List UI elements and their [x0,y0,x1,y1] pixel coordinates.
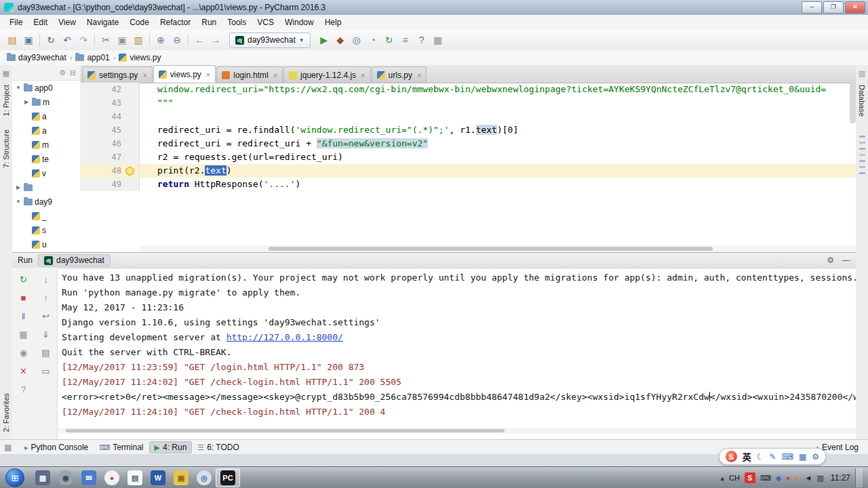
tree-item[interactable]: a [12,109,80,123]
console-line[interactable]: <error><ret>0</ret><message></message><s… [62,390,856,405]
code-line[interactable]: 48print(r2.text) [80,164,856,178]
security-tray-icon[interactable]: ● [786,474,791,482]
stop-icon[interactable]: ■ [17,291,31,304]
minimize-button[interactable]: – [802,1,822,14]
pin-tab-icon[interactable]: ◉ [17,346,31,359]
menu-refactor[interactable]: Refactor [155,16,196,28]
zoom-out-icon[interactable]: ⊖ [169,33,185,47]
tree-item[interactable]: ▼app0 [12,81,80,95]
cut-icon[interactable]: ✂ [98,33,114,47]
console-horizontal-scrollbar[interactable] [58,428,856,434]
toolbox-icon[interactable]: ⚙ [812,452,819,462]
tree-item[interactable]: te [12,152,80,166]
sync-icon[interactable]: ↻ [43,33,59,47]
tree-expand-icon[interactable]: ▶ [15,184,22,190]
tab-views.py[interactable]: views.py× [153,65,216,83]
console-line[interactable]: Starting development server at http://12… [62,330,856,345]
help-icon[interactable]: ? [17,383,31,395]
jump-to-top-icon[interactable]: ↑ [39,291,53,304]
desktop-app-icon[interactable]: ▦ [31,469,54,487]
tab-urls.py[interactable]: urls.py× [372,66,427,83]
tree-item[interactable]: _ [12,209,80,223]
pycharm-icon[interactable]: PC [216,468,240,487]
breadcrumb-item[interactable]: app01 [75,53,109,62]
restore-layout-icon[interactable]: ▦ [17,328,31,340]
sogou-logo-icon[interactable]: S [726,451,737,462]
sogou-language-indicator[interactable]: 英 [743,450,751,463]
scrollbar-thumb[interactable] [66,429,505,432]
tree-collapse-icon[interactable]: ▼ [15,85,22,91]
tree-item[interactable]: u [12,237,80,251]
chrome-icon[interactable]: ● [100,469,123,487]
console-line[interactable]: Django version 1.10.6, using settings 'd… [62,315,856,330]
start-button[interactable]: ⊞ [5,468,24,487]
toolwindow-favorites-button[interactable]: 2: Favorites [2,393,10,432]
tree-item[interactable]: m [12,138,80,152]
copy-icon[interactable]: ▣ [114,33,130,47]
collapse-all-icon[interactable]: ⊟ [70,68,76,77]
network-icon[interactable]: ▥ [816,474,823,483]
todo-toolwindow-button[interactable]: ☰6: TODO [192,441,244,453]
code-line[interactable]: 46redirect_uri = redirect_uri + "&fun=ne… [80,137,856,150]
toolwindow-structure-button[interactable]: 7: Structure [2,129,10,168]
menu-run[interactable]: Run [196,16,222,28]
menu-file[interactable]: File [4,16,28,28]
close-tab-icon[interactable]: × [417,71,421,79]
code-area[interactable]: 42window.redirect_uri="https://wx2.qq.co… [80,83,856,245]
close-icon[interactable]: ✕ [17,365,31,377]
toolwindow-database-button[interactable]: Database [858,85,866,117]
toolwindow-switcher-icon[interactable]: ▦ [3,69,9,78]
console-line[interactable]: [12/May/2017 11:24:02] "GET /check-login… [62,375,856,390]
scrollbar-thumb[interactable] [269,247,713,251]
media-app-icon[interactable]: ◉ [54,469,77,487]
project-structure-icon[interactable]: ▦ [430,33,446,47]
run-tab[interactable]: dj day93wechat [38,254,111,266]
breadcrumb-item[interactable]: views.py [119,53,161,62]
code-line[interactable]: 45redirect_uri = re.findall('window.redi… [80,123,856,137]
console-link[interactable]: http://127.0.0.1:8000/ [226,332,343,342]
keyboard-icon[interactable]: ⌨ [782,452,793,462]
help-icon[interactable]: ? [414,33,430,47]
close-tab-icon[interactable]: × [142,71,146,79]
run-toolwindow-button[interactable]: ▶4: Run [149,441,193,453]
grid-icon[interactable]: ▦ [799,452,806,462]
menu-tools[interactable]: Tools [222,16,252,28]
tray-expand-icon[interactable]: ▴ [720,474,724,483]
redo-icon[interactable]: ↷ [75,33,92,47]
back-icon[interactable]: ← [191,33,208,47]
paste-icon[interactable]: ▥ [130,33,146,47]
clear-all-icon[interactable]: ▭ [39,365,53,377]
undo-icon[interactable]: ↶ [59,33,75,47]
menu-view[interactable]: View [53,16,81,28]
menu-vcs[interactable]: VCS [252,16,279,28]
code-line[interactable]: 44 [80,110,856,123]
tree-item[interactable]: ▶ [12,180,80,195]
console-line[interactable]: You have 13 unapplied migration(s). Your… [62,270,856,285]
im-tray-icon[interactable]: ◆ [776,474,781,483]
toolwindow-corner-icon[interactable]: ▦ [4,443,15,452]
coverage-icon[interactable]: ◎ [349,33,365,47]
tab-settings.py[interactable]: settings.py× [82,66,153,83]
pencil-icon[interactable]: ✎ [770,452,776,462]
code-line[interactable]: 49return HttpResponse('....') [80,178,856,191]
code-line[interactable]: 43""" [80,96,856,110]
tab-login.html[interactable]: login.html× [216,66,283,83]
tree-item[interactable]: ▼day9 [12,195,80,209]
save-all-icon[interactable]: ▣ [20,33,37,47]
menu-edit[interactable]: Edit [28,16,53,28]
soft-wrap-icon[interactable]: ↩ [39,310,53,322]
close-button[interactable]: ✕ [845,1,865,14]
debug-icon[interactable]: ◆ [332,33,349,47]
profiler-icon[interactable]: ◔ [365,33,381,47]
keyboard-layout-icon[interactable]: ⌨ [760,474,771,483]
tab-jquery-1.12.4.js[interactable]: jquery-1.12.4.js× [283,66,370,83]
menu-code[interactable]: Code [124,16,155,28]
notepad-icon[interactable]: ▤ [123,469,146,487]
console-line[interactable]: Quit the server with CTRL-BREAK. [62,345,856,360]
taskbar-clock[interactable]: 11:27 [831,473,850,483]
title-bar[interactable]: day93wechat - [G:\python_code\day93wecha… [0,0,868,16]
python-console-button[interactable]: ▸Python Console [19,441,94,453]
hide-panel-icon[interactable]: — [842,256,850,265]
zoom-in-icon[interactable]: ⊕ [153,33,169,47]
editor-vertical-scrollbar[interactable] [850,83,856,123]
